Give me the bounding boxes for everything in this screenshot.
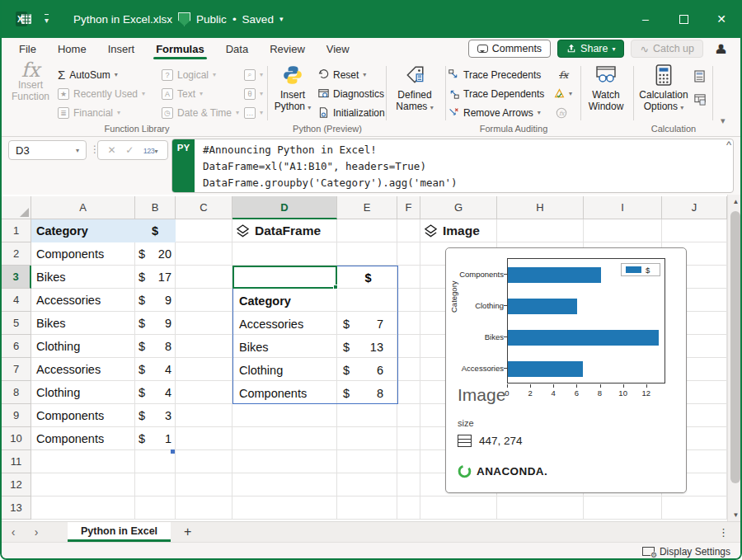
- watch-window-button[interactable]: WatchWindow: [582, 64, 630, 112]
- row-header-4[interactable]: 4: [2, 289, 31, 312]
- more-functions-button[interactable]: …▾: [244, 104, 263, 121]
- column-header-C[interactable]: C: [176, 196, 232, 219]
- vertical-scrollbar[interactable]: ▲ ▼: [727, 195, 742, 521]
- table-row[interactable]: Clothing$8: [31, 335, 176, 358]
- grid-cell[interactable]: [176, 266, 232, 289]
- grid-cell[interactable]: [337, 404, 397, 427]
- financial-button[interactable]: ≣ Financial ▾: [58, 104, 120, 121]
- insert-function-button[interactable]: fx InsertFunction: [7, 64, 54, 102]
- sensitivity-label[interactable]: Public: [196, 13, 227, 26]
- collapse-formula-bar-icon[interactable]: ^: [722, 139, 735, 151]
- grid-cell[interactable]: [176, 381, 232, 404]
- table-row[interactable]: Components$20: [31, 242, 176, 266]
- grid-cell[interactable]: [337, 427, 397, 450]
- grid-cell[interactable]: [584, 219, 662, 242]
- dataframe-index-header[interactable]: Category: [233, 289, 397, 313]
- column-header-A[interactable]: A: [31, 196, 135, 219]
- column-header-I[interactable]: I: [584, 196, 662, 219]
- grid-cell[interactable]: [232, 404, 337, 427]
- row-header-13[interactable]: 13: [2, 496, 31, 520]
- close-button[interactable]: ✕: [702, 0, 740, 38]
- dataframe-row[interactable]: Bikes$13: [233, 336, 397, 359]
- grid-cell[interactable]: [176, 473, 232, 496]
- save-status[interactable]: Saved: [242, 13, 274, 26]
- grid-cell[interactable]: [397, 404, 420, 427]
- menu-tab-data[interactable]: Data: [215, 38, 259, 59]
- logical-button[interactable]: ? Logical ▾: [162, 66, 216, 83]
- grid-cell[interactable]: [176, 427, 232, 450]
- row-header-11[interactable]: 11: [2, 450, 31, 473]
- calculate-sheet-button[interactable]: [694, 91, 706, 108]
- text-button[interactable]: A Text ▾: [162, 85, 203, 102]
- menu-tab-formulas[interactable]: Formulas: [145, 38, 215, 59]
- grid-cell[interactable]: [397, 312, 420, 335]
- display-settings-label[interactable]: Display Settings: [660, 546, 730, 558]
- menu-tab-review[interactable]: Review: [259, 38, 316, 59]
- diagnostics-button[interactable]: Diagnostics: [318, 85, 384, 102]
- sheet-nav-right-icon[interactable]: ›: [25, 525, 48, 539]
- defined-names-button[interactable]: DefinedNames ▾: [391, 64, 439, 114]
- ribbon-collapse-chevron-icon[interactable]: ▾: [721, 112, 726, 129]
- grid-cell[interactable]: [397, 335, 420, 358]
- autosum-button[interactable]: Σ AutoSum ▾: [58, 66, 118, 83]
- grid-cell[interactable]: [176, 335, 232, 358]
- table-row[interactable]: Accessories$9: [31, 289, 176, 312]
- select-all-corner[interactable]: [2, 196, 31, 219]
- dataframe-value-header[interactable]: $: [338, 266, 398, 289]
- grid-cell[interactable]: [135, 450, 176, 473]
- math-trig-button[interactable]: θ▾: [244, 85, 263, 102]
- grid-cell[interactable]: [176, 404, 232, 427]
- grid-cell[interactable]: [232, 473, 337, 496]
- table-row[interactable]: Components$3: [31, 404, 176, 427]
- save-status-chevron-icon[interactable]: ▾: [279, 15, 284, 23]
- grid-cell[interactable]: [31, 473, 135, 496]
- row-header-12[interactable]: 12: [2, 473, 31, 496]
- grid-cell[interactable]: [397, 381, 420, 404]
- catch-up-button[interactable]: ∿ Catch up: [631, 40, 703, 58]
- grid-cell[interactable]: [337, 242, 397, 266]
- name-box[interactable]: D3 ▾: [8, 140, 87, 160]
- dataframe-cell-label[interactable]: DataFrame: [236, 219, 321, 242]
- comments-button[interactable]: Comments: [468, 40, 551, 58]
- initialization-button[interactable]: Initialization: [318, 104, 385, 121]
- grid-cell[interactable]: [176, 219, 232, 242]
- image-cell-label[interactable]: Image: [424, 219, 480, 242]
- dataframe-row[interactable]: Clothing$6: [233, 359, 397, 382]
- grid-cell[interactable]: [31, 496, 135, 520]
- image-preview-card[interactable]: Category $ Image size 447, 274 ANACONDA.…: [445, 247, 687, 493]
- grid-cell[interactable]: [232, 427, 337, 450]
- column-header-F[interactable]: F: [397, 196, 420, 219]
- scroll-down-icon[interactable]: ▼: [733, 508, 740, 521]
- column-header-D[interactable]: D: [232, 196, 337, 219]
- scrollbar-thumb[interactable]: [730, 211, 740, 483]
- user-account-icon[interactable]: 👤︎: [710, 42, 732, 56]
- table-row[interactable]: Bikes$9: [31, 312, 176, 335]
- date-time-button[interactable]: ◷ Date & Time ▾: [162, 104, 239, 121]
- grid-cell[interactable]: [397, 266, 420, 289]
- error-checking-button[interactable]: ▾: [554, 85, 572, 102]
- grid-cell[interactable]: [176, 450, 232, 473]
- row-header-1[interactable]: 1: [2, 219, 31, 242]
- column-header-B[interactable]: B: [135, 196, 176, 219]
- reset-button[interactable]: Reset ▾: [318, 66, 366, 83]
- grid-cell[interactable]: [584, 496, 662, 520]
- show-formulas-button[interactable]: fx: [559, 66, 568, 83]
- menu-tab-view[interactable]: View: [316, 38, 360, 59]
- grid-cell[interactable]: [31, 450, 135, 473]
- table-row[interactable]: Clothing$4: [31, 381, 176, 404]
- row-header-9[interactable]: 9: [2, 404, 31, 427]
- grid-cell[interactable]: [176, 312, 232, 335]
- grid-cell[interactable]: [397, 450, 420, 473]
- grid-cell[interactable]: [176, 289, 232, 312]
- grid-cell[interactable]: [135, 496, 176, 520]
- row-header-2[interactable]: 2: [2, 242, 31, 266]
- trace-precedents-button[interactable]: Trace Precedents: [448, 66, 541, 83]
- python-code[interactable]: #Announcing Python in Excel!DataFrame=xl…: [195, 139, 733, 192]
- dataframe-row[interactable]: Components$8: [233, 382, 397, 405]
- table-row[interactable]: Components$1: [31, 427, 176, 450]
- grid-cell[interactable]: [397, 358, 420, 381]
- grid-cell[interactable]: [397, 289, 420, 312]
- table-row[interactable]: Bikes$17: [31, 266, 176, 289]
- formula-input[interactable]: PY #Announcing Python in Excel!DataFrame…: [171, 139, 734, 193]
- grid-cell[interactable]: [397, 496, 420, 520]
